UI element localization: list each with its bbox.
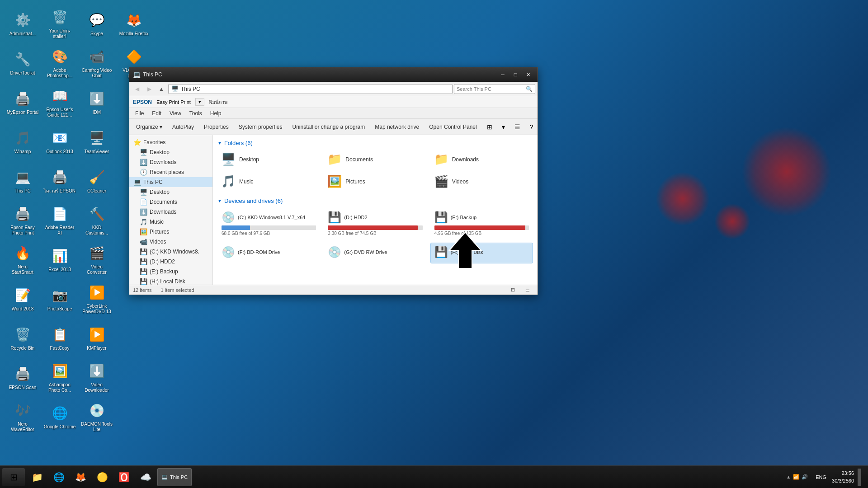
drive-item-e-drive[interactable]: 💾 (E:) Backup 4.96 GB free of 135 GB <box>430 208 533 239</box>
toolbar-system-properties[interactable]: System properties <box>234 121 287 133</box>
sidebar-item-c-drive[interactable]: 💾 (C:) KKD Windows8. <box>129 247 212 257</box>
toolbar-map-network[interactable]: Map network drive <box>370 121 424 133</box>
details-view-button[interactable]: ☰ <box>511 121 524 133</box>
tray-volume[interactable]: 🔊 <box>802 474 808 480</box>
drive-item-d-drive[interactable]: 💾 (D:) HDD2 3.30 GB free of 74.5 GB <box>324 208 426 239</box>
maximize-button[interactable]: □ <box>509 70 521 79</box>
forward-button[interactable]: ▶ <box>144 84 155 94</box>
desktop-icon-adobe-photoshop[interactable]: 🎨 Adobe Photoshop... <box>42 44 78 82</box>
toolbar-organize[interactable]: Organize ▾ <box>132 121 167 133</box>
tray-chevron[interactable]: ▲ <box>786 474 791 479</box>
sidebar-item-music[interactable]: 🎵 Music <box>129 217 212 227</box>
menu-view[interactable]: View <box>166 109 185 117</box>
drive-item-g-drive[interactable]: 💿 (G:) DVD RW Drive <box>324 243 426 263</box>
menu-file[interactable]: File <box>132 109 147 117</box>
language-indicator[interactable]: ENG <box>814 474 828 480</box>
drive-item-f-drive[interactable]: 💿 (F:) BD-ROM Drive <box>217 243 320 263</box>
close-button[interactable]: ✕ <box>522 70 534 79</box>
desktop-icon-ccleaner[interactable]: 🧹 CCleaner <box>79 162 115 200</box>
desktop-icon-camfrog[interactable]: 📹 Camfrog Video Chat <box>79 44 115 82</box>
epson-action[interactable]: ▾ <box>195 98 204 106</box>
folder-item-pictures[interactable]: 🖼️ Pictures <box>324 172 426 191</box>
desktop-icon-ashampoo-photo[interactable]: 🖼️ Ashampoo Photo Co... <box>42 358 78 397</box>
taskbar-file-explorer[interactable]: 📁 <box>27 468 47 486</box>
desktop-icon-kmplayer[interactable]: ▶️ KMPlayer <box>79 319 115 357</box>
start-button[interactable]: ⊞ <box>2 468 25 486</box>
desktop-icon-skype[interactable]: 💬 Skype <box>79 5 115 43</box>
up-button[interactable]: ▲ <box>156 84 167 94</box>
desktop-icon-epson-users-guide[interactable]: 📖 Epson User's Guide L21... <box>42 83 78 122</box>
desktop-icon-your-uninstaller[interactable]: 🗑️ Your Unin-staller! <box>42 5 78 43</box>
help-button[interactable]: ? <box>525 121 538 133</box>
taskbar-office[interactable]: 🅾️ <box>114 468 134 486</box>
desktop-icon-kkd-customis[interactable]: 🔨 KKD Customis... <box>79 201 115 239</box>
desktop-icon-epson-scan[interactable]: 🖨️ EPSON Scan <box>5 358 41 397</box>
back-button[interactable]: ◀ <box>132 84 142 94</box>
taskbar-chrome[interactable]: 🟡 <box>92 468 113 486</box>
search-box[interactable]: 🔍 <box>454 84 535 94</box>
tray-network[interactable]: 📶 <box>793 474 799 480</box>
desktop-icon-excel-2013[interactable]: 📊 Excel 2013 <box>42 240 78 279</box>
view-options-button[interactable]: ▾ <box>497 121 510 133</box>
sidebar-item-e-drive[interactable]: 💾 (E:) Backup <box>129 267 212 277</box>
sidebar-item-downloads-pc[interactable]: ⬇️ Downloads <box>129 207 212 217</box>
drive-item-h-drive[interactable]: 💾 (H:) Local Disk <box>430 243 533 263</box>
sidebar-item-this-pc[interactable]: 💻 This PC <box>129 177 212 187</box>
sidebar-item-pictures[interactable]: 🖼️ Pictures <box>129 227 212 237</box>
taskbar-file-explorer-window[interactable]: 💻 This PC <box>157 468 192 486</box>
search-input[interactable] <box>457 86 524 92</box>
desktop-icon-this-pc[interactable]: 💻 This PC <box>5 162 41 200</box>
desktop-icon-fastcopy[interactable]: 📋 FastCopy <box>42 319 78 357</box>
sidebar-item-h-drive[interactable]: 💾 (H:) Local Disk <box>129 277 212 285</box>
status-large-icons[interactable]: ⊞ <box>506 284 519 296</box>
desktop-icon-adobe-reader[interactable]: 📄 Adobe Reader XI <box>42 201 78 239</box>
change-view-button[interactable]: ⊞ <box>483 121 496 133</box>
desktop-icon-administrator[interactable]: ⚙️ Administrat... <box>5 5 41 43</box>
sidebar-item-desktop-pc[interactable]: 🖥️ Desktop <box>129 187 212 197</box>
desktop-icon-driver-epson[interactable]: 🖨️ ไดเวอร์ EPSON <box>42 162 78 200</box>
desktop-icon-photocape[interactable]: 📷 PhotoScape <box>42 280 78 318</box>
desktop-icon-mozilla-firefox[interactable]: 🦊 Mozilla Firefox <box>116 5 152 43</box>
folder-item-downloads[interactable]: 📁 Downloads <box>430 150 533 169</box>
desktop-icon-driver-toolkit[interactable]: 🔧 DriverToolkit <box>5 44 41 82</box>
desktop-icon-word-2013[interactable]: 📝 Word 2013 <box>5 280 41 318</box>
menu-edit[interactable]: Edit <box>148 109 165 117</box>
minimize-button[interactable]: ─ <box>497 70 509 79</box>
desktop-icon-winamp[interactable]: 🎵 Winamp <box>5 122 41 161</box>
address-path[interactable]: 🖥️ This PC <box>168 84 453 94</box>
desktop-icon-idm[interactable]: ⬇️ IDM <box>79 83 115 122</box>
sidebar-item-favorites[interactable]: ⭐ Favorites <box>129 137 212 147</box>
status-list-view[interactable]: ☰ <box>521 284 534 296</box>
desktop-icon-google-chrome[interactable]: 🌐 Google Chrome <box>42 398 78 436</box>
sidebar-item-d-drive[interactable]: 💾 (D:) HDD2 <box>129 257 212 267</box>
desktop-icon-recycle-bin[interactable]: 🗑️ Recycle Bin <box>5 319 41 357</box>
desktop-icon-nero-startsmart[interactable]: 🔥 Nero StartSmart <box>5 240 41 279</box>
desktop-icon-teamviewer[interactable]: 🖥️ TeamViewer <box>79 122 115 161</box>
drive-item-c-drive[interactable]: 💿 (C:) KKD Windows8.1 V.7_x64 68.0 GB fr… <box>217 208 320 239</box>
sidebar-item-recent-places[interactable]: 🕐 Recent places <box>129 167 212 177</box>
sidebar-item-downloads-fav[interactable]: ⬇️ Downloads <box>129 157 212 167</box>
desktop-icon-cyberlink-powerdvd[interactable]: ▶️ CyberLink PowerDVD 13 <box>79 280 115 318</box>
folder-item-videos[interactable]: 🎬 Videos <box>430 172 533 191</box>
folder-item-documents[interactable]: 📁 Documents <box>324 150 426 169</box>
toolbar-uninstall[interactable]: Uninstall or change a program <box>288 121 369 133</box>
sidebar-item-desktop[interactable]: 🖥️ Desktop <box>129 147 212 157</box>
desktop-icon-outlook-2013[interactable]: 📧 Outlook 2013 <box>42 122 78 161</box>
desktop-icon-video-converter[interactable]: 🎬 Video Converter <box>79 240 115 279</box>
taskbar-firefox[interactable]: 🦊 <box>71 468 91 486</box>
taskbar-ie[interactable]: 🌐 <box>49 468 69 486</box>
desktop-icon-myepson-portal[interactable]: 🖨️ MyEpson Portal <box>5 83 41 122</box>
toolbar-control-panel[interactable]: Open Control Panel <box>425 121 481 133</box>
toolbar-autoplay[interactable]: AutoPlay <box>168 121 198 133</box>
folder-item-desktop[interactable]: 🖥️ Desktop <box>217 150 320 169</box>
show-desktop-button[interactable] <box>858 469 861 486</box>
epson-print-action[interactable]: พิมพ์ภาพ <box>209 98 227 106</box>
desktop-icon-epson-easy-photo[interactable]: 🖨️ Epson Easy Photo Print <box>5 201 41 239</box>
desktop-icon-daemon-tools[interactable]: 💿 DAEMON Tools Lite <box>79 398 115 436</box>
toolbar-properties[interactable]: Properties <box>199 121 233 133</box>
taskbar-clock[interactable]: 23:56 30/3/2560 <box>832 469 854 484</box>
drives-expand-icon[interactable]: ▼ <box>217 198 222 203</box>
sidebar-item-documents[interactable]: 📄 Documents <box>129 197 212 207</box>
menu-help[interactable]: Help <box>207 109 225 117</box>
desktop-icon-nero-wave-editor[interactable]: 🎶 Nero WaveEditor <box>5 398 41 436</box>
